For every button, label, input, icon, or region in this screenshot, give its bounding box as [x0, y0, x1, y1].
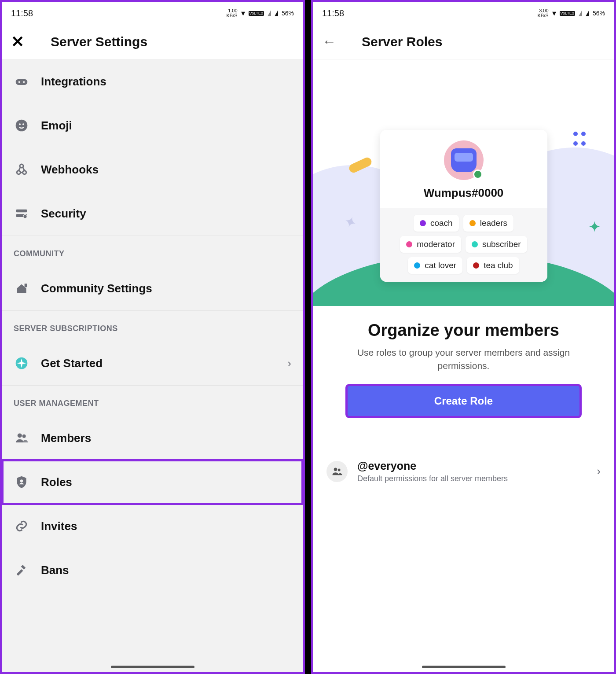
svg-point-3	[16, 120, 28, 132]
example-username: Wumpus#0000	[389, 186, 539, 200]
webhook-icon	[14, 162, 29, 177]
security-panel-icon	[14, 206, 29, 221]
role-chip-label: coach	[430, 218, 453, 228]
emoji-icon	[14, 118, 29, 133]
svg-point-18	[334, 468, 337, 471]
svg-point-14	[18, 433, 22, 438]
row-community-settings[interactable]: Community Settings	[2, 266, 303, 310]
presence-online-icon	[473, 169, 483, 179]
avatar	[444, 140, 484, 180]
back-arrow-icon[interactable]: ←	[322, 33, 336, 50]
app-bar: ← Server Roles	[313, 24, 614, 59]
row-label: Webhooks	[41, 163, 99, 177]
row-label: Roles	[41, 475, 72, 489]
status-kbs: 3.00KB/S	[538, 8, 549, 18]
app-bar: ✕ Server Settings	[2, 24, 303, 59]
section-header-subscriptions: SERVER SUBSCRIPTIONS	[2, 310, 303, 341]
status-bar: 11:58 1.00KB/S ▾ VoLTE2 56%	[2, 2, 303, 24]
row-label: Members	[41, 431, 91, 445]
svg-rect-0	[16, 79, 28, 85]
role-chip-label: leaders	[480, 218, 507, 228]
svg-point-5	[22, 123, 24, 125]
row-label: Bans	[41, 564, 69, 577]
row-bans[interactable]: Bans	[2, 548, 303, 592]
promo-subtext: Use roles to group your server members a…	[341, 346, 587, 373]
settings-list[interactable]: Integrations Emoji Webhooks Security	[2, 59, 303, 672]
role-everyone-row[interactable]: @everyone Default permissions for all se…	[313, 448, 614, 495]
compass-star-icon	[14, 355, 29, 371]
chevron-right-icon: ›	[287, 357, 291, 370]
roles-promo: Organize your members Use roles to group…	[313, 306, 614, 417]
page-title: Server Roles	[362, 34, 605, 49]
row-label: Security	[41, 207, 86, 221]
svg-point-1	[18, 81, 20, 83]
gamepad-icon	[14, 74, 29, 89]
role-color-dot	[473, 262, 479, 269]
signal-icon	[586, 10, 589, 16]
role-name: @everyone	[357, 460, 587, 472]
chevron-right-icon: ›	[597, 464, 601, 478]
people-icon	[326, 461, 348, 482]
svg-rect-17	[16, 569, 23, 576]
signal-icon	[579, 10, 582, 16]
role-chip: leaders	[463, 215, 513, 232]
role-chip-label: cat lover	[425, 261, 456, 270]
signal-icon	[268, 10, 271, 16]
svg-point-11	[23, 214, 27, 218]
svg-point-16	[20, 479, 23, 482]
screenshot-server-settings: 11:58 1.00KB/S ▾ VoLTE2 56% ✕ Server Set…	[0, 0, 305, 674]
create-role-button[interactable]: Create Role	[347, 385, 580, 417]
row-integrations[interactable]: Integrations	[2, 59, 303, 103]
decoration-dots	[572, 130, 587, 149]
close-icon[interactable]: ✕	[11, 33, 24, 51]
status-battery: 56%	[282, 10, 294, 17]
row-label: Integrations	[41, 75, 106, 88]
role-chip: subscriber	[466, 236, 527, 253]
role-color-dot	[406, 241, 412, 247]
role-chip: moderator	[400, 236, 461, 253]
roles-hero-illustration: ✦ ✦ Wumpus#0000 coachleadersmoderatorsub…	[313, 59, 614, 306]
row-security[interactable]: Security	[2, 192, 303, 236]
page-title: Server Settings	[51, 34, 294, 49]
row-label: Invites	[41, 519, 77, 533]
house-flag-icon	[14, 280, 29, 296]
role-subtitle: Default permissions for all server membe…	[357, 474, 587, 483]
row-label: Get Started	[41, 357, 103, 370]
wifi-icon: ▾	[241, 8, 245, 18]
row-emoji[interactable]: Emoji	[2, 103, 303, 147]
row-label: Emoji	[41, 119, 72, 133]
android-nav-handle[interactable]	[111, 666, 194, 668]
role-chip: cat lover	[408, 257, 462, 274]
section-header-user-management: USER MANAGEMENT	[2, 385, 303, 416]
role-chip: coach	[414, 215, 459, 232]
volte-icon: VoLTE2	[249, 11, 264, 16]
row-invites[interactable]: Invites	[2, 504, 303, 548]
status-kbs: 1.00KB/S	[227, 8, 238, 18]
row-roles[interactable]: Roles	[2, 460, 303, 504]
svg-point-2	[23, 81, 25, 83]
svg-point-4	[19, 123, 21, 125]
role-color-dot	[469, 220, 476, 226]
promo-heading: Organize your members	[331, 321, 596, 340]
wifi-icon: ▾	[552, 8, 556, 18]
row-get-started[interactable]: Get Started ›	[2, 341, 303, 385]
svg-point-15	[22, 435, 26, 438]
status-time: 11:58	[11, 8, 33, 18]
status-bar: 11:58 3.00KB/S ▾ VoLTE2 56%	[313, 2, 614, 24]
section-header-community: COMMUNITY	[2, 236, 303, 266]
sparkle-icon: ✦	[588, 218, 601, 236]
members-icon	[14, 430, 29, 446]
row-webhooks[interactable]: Webhooks	[2, 147, 303, 192]
row-members[interactable]: Members	[2, 416, 303, 460]
hammer-icon	[14, 562, 29, 578]
role-color-dot	[420, 220, 426, 226]
svg-rect-12	[25, 284, 27, 287]
role-chip: tea club	[467, 257, 519, 274]
signal-icon	[275, 10, 278, 16]
shield-person-icon	[14, 474, 29, 490]
svg-rect-9	[16, 210, 27, 213]
role-color-dot	[472, 241, 478, 247]
row-label: Community Settings	[41, 282, 152, 295]
status-battery: 56%	[593, 10, 605, 17]
android-nav-handle[interactable]	[422, 666, 506, 668]
